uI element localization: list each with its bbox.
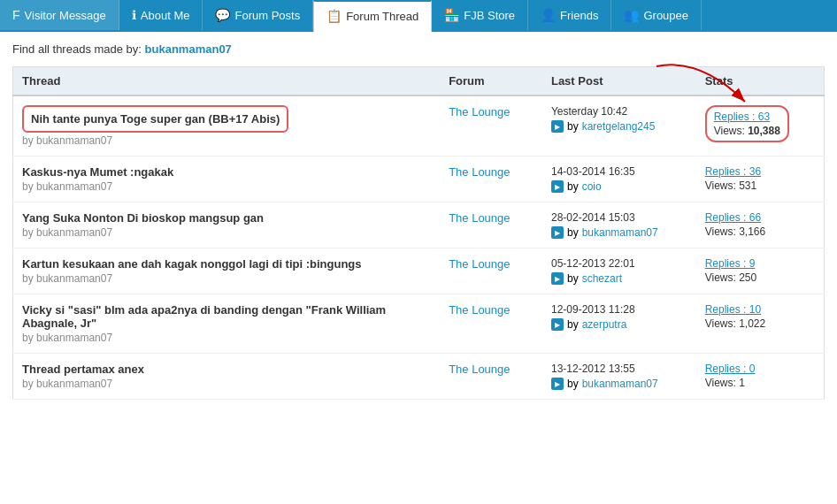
last-post-date: 14-03-2014 16:35 — [551, 165, 687, 178]
stats-views: Views: 250 — [705, 271, 815, 284]
table-header-row: Thread Forum Last Post Stats — [13, 67, 825, 96]
thread-by: by bukanmaman07 — [22, 272, 431, 285]
stats-views: Views: 1,022 — [705, 317, 815, 330]
col-header-lastpost: Last Post — [542, 67, 696, 96]
thread-by: by bukanmaman07 — [22, 180, 431, 193]
thread-title: Thread pertamax anex — [22, 363, 431, 376]
last-post-author-link[interactable]: bukanmaman07 — [582, 378, 658, 390]
stats-views: Views: 3,166 — [705, 225, 815, 238]
username-link[interactable]: bukanmaman07 — [145, 42, 232, 56]
about-me-icon: ℹ — [132, 8, 136, 22]
replies-link[interactable]: Replies : 0 — [705, 363, 756, 375]
last-post-author-link[interactable]: schezart — [582, 272, 622, 285]
stats-replies: Replies : 0 — [705, 363, 815, 375]
play-icon — [551, 180, 564, 193]
stats-views: Views: 1 — [705, 377, 815, 389]
main-content: Find all threads made by: bukanmaman07 T… — [0, 32, 837, 410]
forum-link[interactable]: The Lounge — [449, 211, 510, 225]
last-post-by: by azerputra — [551, 318, 687, 331]
table-row: Kaskus-nya Mumet :ngakak by bukanmaman07… — [13, 157, 825, 202]
tab-fjb-store-label: FJB Store — [464, 9, 515, 22]
tab-friends[interactable]: 👤 Friends — [528, 0, 611, 30]
forum-cell: The Lounge — [440, 95, 542, 157]
forum-link[interactable]: The Lounge — [449, 303, 510, 317]
forum-link[interactable]: The Lounge — [449, 257, 510, 271]
stats-views: Views: 531 — [705, 179, 815, 192]
thread-by: by bukanmaman07 — [22, 134, 431, 147]
stats-cell: Replies : 0 Views: 1 — [696, 354, 825, 400]
threads-table-wrapper: Thread Forum Last Post Stats Nih tante p… — [12, 66, 825, 400]
thread-author-link[interactable]: bukanmaman07 — [36, 226, 112, 239]
find-text: Find all threads made by: bukanmaman07 — [12, 42, 825, 56]
last-post-cell: 28-02-2014 15:03 by bukanmaman07 — [542, 202, 696, 248]
thread-title: Kaskus-nya Mumet :ngakak — [22, 165, 431, 179]
last-post-author-link[interactable]: bukanmaman07 — [582, 226, 658, 239]
play-icon — [551, 226, 564, 239]
thread-by: by bukanmaman07 — [22, 332, 431, 344]
last-post-author-link[interactable]: coio — [582, 180, 602, 193]
tab-friends-label: Friends — [560, 9, 598, 22]
last-post-date: Yesterday 10:42 — [551, 105, 687, 118]
stats-highlighted: Replies : 63 Views: 10,388 — [705, 105, 789, 142]
last-post-date: 12-09-2013 11:28 — [551, 303, 687, 316]
forum-cell: The Lounge — [440, 248, 542, 294]
forum-link[interactable]: The Lounge — [449, 165, 510, 179]
tab-about-me[interactable]: ℹ About Me — [119, 0, 203, 30]
thread-table: Thread Forum Last Post Stats Nih tante p… — [12, 66, 825, 400]
replies-link[interactable]: Replies : 10 — [705, 303, 761, 316]
replies-link[interactable]: Replies : 63 — [714, 111, 770, 123]
forum-link[interactable]: The Lounge — [449, 363, 510, 376]
replies-link[interactable]: Replies : 9 — [705, 257, 756, 270]
thread-cell: Kartun kesukaan ane dah kagak nonggol la… — [13, 248, 441, 294]
tab-forum-posts[interactable]: 💬 Forum Posts — [203, 0, 313, 30]
forum-cell: The Lounge — [440, 157, 542, 202]
thread-title: Yang Suka Nonton Di bioskop mangsup gan — [22, 211, 431, 225]
thread-author-link[interactable]: bukanmaman07 — [36, 332, 112, 344]
thread-by: by bukanmaman07 — [22, 226, 431, 239]
table-row: Yang Suka Nonton Di bioskop mangsup gan … — [13, 202, 825, 248]
last-post-date: 13-12-2012 13:55 — [551, 363, 687, 375]
last-post-by: by karetgelang245 — [551, 120, 687, 133]
friends-icon: 👤 — [541, 8, 556, 22]
stats-replies: Replies : 9 — [705, 257, 815, 270]
last-post-by: by coio — [551, 180, 687, 193]
tab-groupee-label: Groupee — [643, 9, 688, 22]
tab-fjb-store[interactable]: 🏪 FJB Store — [432, 0, 528, 30]
thread-cell: Thread pertamax anex by bukanmaman07 — [13, 354, 441, 400]
forum-cell: The Lounge — [440, 294, 542, 354]
tab-groupee[interactable]: 👥 Groupee — [611, 0, 702, 30]
table-row: Nih tante punya Toge super gan (BB+17 Ab… — [13, 95, 825, 157]
table-row: Kartun kesukaan ane dah kagak nonggol la… — [13, 248, 825, 294]
thread-author-link[interactable]: bukanmaman07 — [36, 134, 112, 147]
stats-replies: Replies : 66 — [705, 211, 815, 224]
replies-link[interactable]: Replies : 66 — [705, 211, 761, 224]
forum-cell: The Lounge — [440, 354, 542, 400]
tab-forum-thread[interactable]: 📋 Forum Thread — [313, 0, 432, 32]
col-header-forum: Forum — [440, 67, 542, 96]
last-post-author-link[interactable]: karetgelang245 — [582, 120, 656, 133]
tab-visitor-message[interactable]: F Visitor Message — [0, 0, 119, 30]
tab-forum-thread-label: Forum Thread — [346, 10, 418, 23]
forum-cell: The Lounge — [440, 202, 542, 248]
last-post-by: by schezart — [551, 272, 687, 285]
thread-author-link[interactable]: bukanmaman07 — [36, 378, 112, 390]
thread-title: Kartun kesukaan ane dah kagak nonggol la… — [22, 257, 431, 271]
forum-link[interactable]: The Lounge — [449, 105, 510, 118]
stats-cell: Replies : 63 Views: 10,388 — [696, 95, 825, 157]
tab-about-me-label: About Me — [141, 9, 190, 22]
stats-cell: Replies : 10 Views: 1,022 — [696, 294, 825, 354]
thread-cell: Yang Suka Nonton Di bioskop mangsup gan … — [13, 202, 441, 248]
last-post-cell: 12-09-2013 11:28 by azerputra — [542, 294, 696, 354]
last-post-cell: Yesterday 10:42 by karetgelang245 — [542, 95, 696, 157]
table-row: Thread pertamax anex by bukanmaman07 The… — [13, 354, 825, 400]
replies-link[interactable]: Replies : 36 — [705, 165, 761, 178]
thread-author-link[interactable]: bukanmaman07 — [36, 272, 112, 285]
forum-posts-icon: 💬 — [215, 8, 230, 22]
fjb-store-icon: 🏪 — [444, 8, 459, 22]
col-header-thread: Thread — [13, 67, 441, 96]
stats-cell: Replies : 36 Views: 531 — [696, 157, 825, 202]
thread-author-link[interactable]: bukanmaman07 — [36, 180, 112, 193]
last-post-date: 28-02-2014 15:03 — [551, 211, 687, 224]
stats-replies: Replies : 63 — [714, 111, 780, 123]
last-post-author-link[interactable]: azerputra — [582, 318, 627, 331]
